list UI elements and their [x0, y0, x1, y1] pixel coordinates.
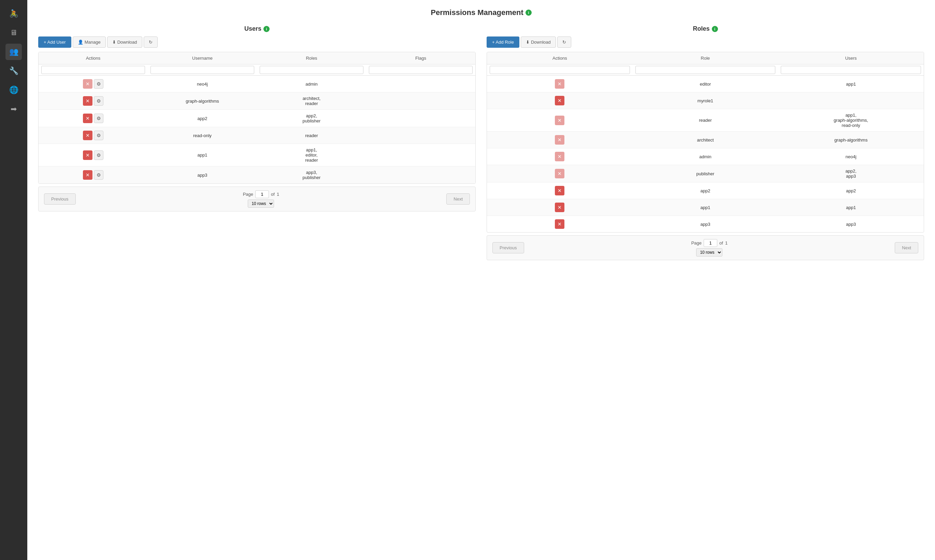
role-delete-button: ✕ [555, 152, 564, 161]
monitor-icon[interactable]: 🖥 [5, 25, 22, 41]
user-settings-button[interactable]: ⚙ [94, 170, 103, 180]
filter-username[interactable] [151, 66, 254, 74]
roles-table-row: ✕ myrole1 [487, 92, 924, 109]
user-delete-button[interactable]: ✕ [83, 96, 92, 106]
add-role-button[interactable]: + Add Role [487, 37, 519, 48]
users-page-input[interactable] [255, 190, 269, 198]
role-users [778, 92, 924, 109]
filter-flags[interactable] [369, 66, 473, 74]
role-name: editor [633, 76, 778, 92]
roles-page-input[interactable] [704, 239, 717, 247]
users-rows-select[interactable]: 10 rows 20 rows 50 rows [248, 200, 274, 208]
user-delete-button[interactable]: ✕ [83, 114, 92, 123]
user-username: app1 [148, 144, 257, 166]
users-next-button: Next [446, 193, 470, 205]
roles-table-row: ✕ architect graph-algorithms [487, 132, 924, 148]
role-delete-button: ✕ [555, 169, 564, 178]
roles-filter-role[interactable] [635, 66, 776, 74]
add-user-button[interactable]: + Add User [38, 37, 71, 48]
role-users: app1 [778, 199, 924, 216]
user-flags [366, 92, 475, 110]
logout-icon[interactable]: ➡ [5, 101, 22, 117]
roles-previous-button: Previous [492, 242, 524, 254]
bike-icon[interactable]: 🚴 [5, 5, 22, 22]
col-username: Username [148, 52, 257, 65]
users-table-wrap: Actions Username Roles Flags [38, 52, 476, 184]
user-flags [366, 144, 475, 166]
user-delete-button[interactable]: ✕ [83, 170, 92, 180]
users-icon[interactable]: 👥 [5, 44, 22, 60]
roles-table-row: ✕ publisher app2, app3 [487, 165, 924, 183]
roles-table-row: ✕ admin neo4j [487, 148, 924, 165]
role-delete-button[interactable]: ✕ [555, 219, 564, 229]
users-pagination: Previous Page of 1 10 rows 20 rows 50 ro… [38, 186, 476, 211]
manage-icon: 👤 [78, 40, 83, 45]
roles-download-button[interactable]: ⬇ Download [521, 37, 556, 48]
roles-filter-users[interactable] [781, 66, 921, 74]
user-delete-button[interactable]: ✕ [83, 131, 92, 140]
user-roles: reader [257, 127, 366, 144]
roles-table-row: ✕ app1 app1 [487, 199, 924, 216]
roles-rows-select[interactable]: 10 rows 20 rows 50 rows [696, 248, 722, 257]
roles-table-row: ✕ editor app1 [487, 76, 924, 92]
roles-download-icon: ⬇ [526, 40, 530, 45]
role-delete-button: ✕ [555, 135, 564, 145]
role-name: app3 [633, 216, 778, 232]
role-delete-button[interactable]: ✕ [555, 203, 564, 212]
user-roles: app3, publisher [257, 166, 366, 184]
users-previous-button: Previous [44, 193, 76, 205]
user-settings-button[interactable]: ⚙ [94, 96, 103, 106]
role-name: architect [633, 132, 778, 148]
manage-button[interactable]: 👤 Manage [73, 37, 106, 48]
user-settings-button[interactable]: ⚙ [94, 131, 103, 140]
user-delete-button: ✕ [83, 79, 92, 89]
roles-info-icon[interactable]: i [712, 26, 718, 32]
users-table-row: ✕ ⚙ graph-algorithms architect, reader [39, 92, 475, 110]
role-users: neo4j [778, 148, 924, 165]
role-users: app2 [778, 183, 924, 199]
user-username: app3 [148, 166, 257, 184]
wrench-icon[interactable]: 🔧 [5, 63, 22, 79]
user-settings-button[interactable]: ⚙ [94, 79, 103, 89]
user-settings-button[interactable]: ⚙ [94, 151, 103, 160]
user-roles: app1, editor, reader [257, 144, 366, 166]
col-roles: Roles [257, 52, 366, 65]
role-delete-button[interactable]: ✕ [555, 186, 564, 195]
user-roles: admin [257, 76, 366, 92]
filter-actions[interactable] [41, 66, 145, 74]
role-users: app1 [778, 76, 924, 92]
user-username: graph-algorithms [148, 92, 257, 110]
globe-icon[interactable]: 🌐 [5, 82, 22, 98]
role-delete-button[interactable]: ✕ [555, 96, 564, 105]
roles-filter-actions[interactable] [490, 66, 630, 74]
user-username: app2 [148, 110, 257, 127]
page-title: Permissions Management i [38, 8, 924, 17]
main-content: Permissions Management i Users i + Add U… [27, 0, 935, 560]
role-name: reader [633, 109, 778, 132]
roles-table-row: ✕ reader app1, graph-algorithms, read-on… [487, 109, 924, 132]
roles-refresh-button[interactable]: ↻ [557, 37, 571, 48]
user-delete-button[interactable]: ✕ [83, 151, 92, 160]
role-delete-button: ✕ [555, 79, 564, 89]
role-name: publisher [633, 165, 778, 183]
filter-roles[interactable] [260, 66, 364, 74]
user-flags [366, 127, 475, 144]
user-settings-button[interactable]: ⚙ [94, 114, 103, 123]
users-table-row: ✕ ⚙ app2 app2, publisher [39, 110, 475, 127]
user-username: neo4j [148, 76, 257, 92]
users-table-row: ✕ ⚙ app1 app1, editor, reader [39, 144, 475, 166]
users-refresh-button[interactable]: ↻ [144, 37, 158, 48]
roles-col-users: Users [778, 52, 924, 65]
role-name: admin [633, 148, 778, 165]
roles-toolbar: + Add Role ⬇ Download ↻ [487, 37, 924, 48]
user-roles: architect, reader [257, 92, 366, 110]
users-panel-title: Users i [38, 25, 476, 32]
roles-col-role: Role [633, 52, 778, 65]
user-roles: app2, publisher [257, 110, 366, 127]
users-table-row: ✕ ⚙ read-only reader [39, 127, 475, 144]
page-info-icon[interactable]: i [525, 9, 531, 16]
user-username: read-only [148, 127, 257, 144]
users-info-icon[interactable]: i [263, 26, 270, 32]
role-name: app2 [633, 183, 778, 199]
users-download-button[interactable]: ⬇ Download [107, 37, 142, 48]
